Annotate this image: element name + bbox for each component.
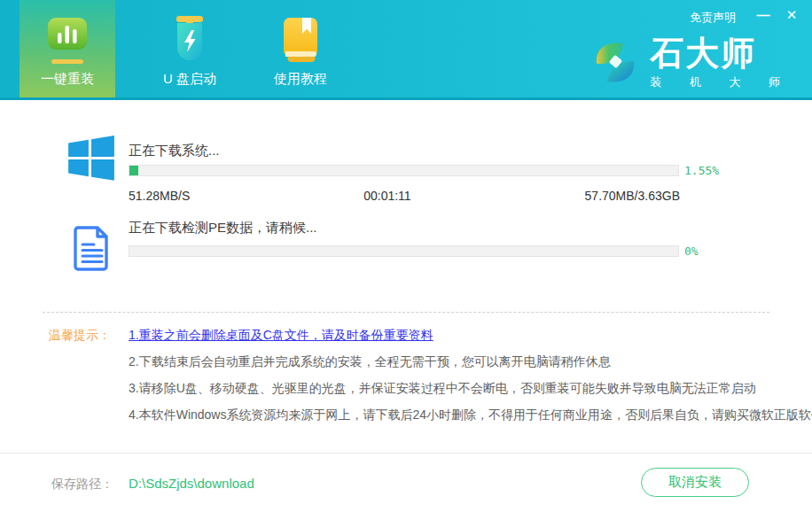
download-size: 57.70MB/3.63GB [585,189,680,203]
tab-tutorial[interactable]: 使用教程 [251,0,350,97]
usb-icon [169,12,210,67]
tip-line-2: 2.下载结束后会自动重启并完成系统的安装，全程无需干预，您可以离开电脑请稍作休息 [129,354,611,370]
close-button[interactable]: ✕ [782,5,801,25]
brand-title: 石大师 [650,35,792,71]
cancel-install-button[interactable]: 取消安装 [641,468,749,497]
brand-logo-text: 石大师 装 机 大 师 [650,35,792,90]
tab-icon-underline [51,59,83,64]
system-progress-bar [129,165,679,176]
save-path-value[interactable]: D:\SdsZjds\download [129,476,254,491]
download-speed: 51.28MB/S [129,189,190,203]
app-window: 一键重装 U 盘启动 [0,0,812,512]
disclaimer-link[interactable]: 免责声明 [690,10,736,26]
header-bar: 一键重装 U 盘启动 [0,0,812,100]
tab-label: 一键重装 [41,71,94,88]
tip-line-1: 1.重装之前会删除桌面及C盘文件，请及时备份重要资料 [129,328,433,344]
chart-icon [46,12,89,67]
tab-usb-boot[interactable]: U 盘启动 [140,0,239,97]
tab-label: U 盘启动 [163,71,216,88]
system-progress-percent: 1.55% [684,164,719,177]
dashed-divider [43,312,769,313]
pe-progress-percent: 0% [684,244,699,258]
tip-line-4: 4.本软件Windows系统资源均来源于网上，请下载后24小时删除，不得用于任何… [129,407,812,423]
save-path-label: 保存路径： [51,477,113,493]
download-system-title: 正在下载系统... [129,143,220,159]
document-icon [71,224,113,275]
book-icon [279,12,322,67]
download-stats-row: 51.28MB/S 00:01:11 57.70MB/3.63GB [129,189,680,203]
minimize-button[interactable]: — [753,5,773,25]
brand-logo-icon [589,37,641,89]
brand-logo: 石大师 装 机 大 师 [589,35,792,90]
tips-label: 温馨提示： [49,328,111,344]
footer-bar: 保存路径： D:\SdsZjds\download 取消安装 [0,453,812,512]
tab-label: 使用教程 [274,71,327,88]
pe-progress-bar [129,245,679,257]
system-progress-fill [129,166,138,175]
download-pe-title: 正在下载检测PE数据，请稍候... [129,220,317,237]
windows-icon [66,133,117,188]
tip-line-3: 3.请移除U盘、移动硬盘、光驱里的光盘，并保证安装过程中不会断电，否则重装可能失… [129,381,756,397]
download-elapsed-time: 00:01:11 [363,189,410,203]
tab-one-key-reinstall[interactable]: 一键重装 [20,0,115,97]
brand-subtitle: 装 机 大 师 [650,74,792,90]
